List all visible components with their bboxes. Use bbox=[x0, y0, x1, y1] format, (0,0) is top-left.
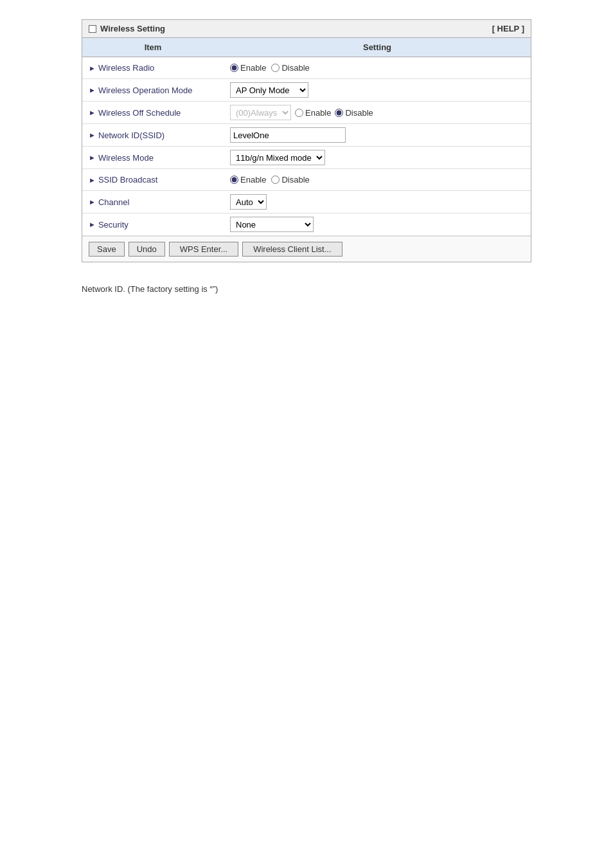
arrow-network-id: ► bbox=[89, 131, 96, 139]
radio-off-schedule-enable-label[interactable]: Enable bbox=[295, 108, 331, 118]
label-text-wireless-operation-mode: Wireless Operation Mode bbox=[98, 86, 193, 95]
label-wireless-operation-mode: ► Wireless Operation Mode bbox=[82, 79, 224, 101]
radio-ssid-enable[interactable] bbox=[230, 176, 238, 184]
panel-title: Wireless Setting bbox=[89, 24, 165, 33]
label-channel: ► Channel bbox=[82, 191, 224, 213]
label-text-wireless-off-schedule: Wireless Off Schedule bbox=[98, 108, 181, 118]
radio-enable-label[interactable]: Enable bbox=[230, 63, 266, 73]
wps-enter-button[interactable]: WPS Enter... bbox=[169, 242, 238, 257]
row-security: ► Security None WEP WPA-Personal WPA2-Pe… bbox=[82, 213, 531, 236]
column-setting-header: Setting bbox=[224, 38, 531, 57]
help-link[interactable]: [ HELP ] bbox=[492, 24, 524, 33]
radio-group-ssid-broadcast: Enable Disable bbox=[230, 175, 310, 185]
radio-disable-input[interactable] bbox=[271, 64, 280, 72]
undo-button[interactable]: Undo bbox=[129, 242, 165, 257]
radio-enable-input[interactable] bbox=[230, 64, 238, 72]
radio-off-schedule-enable[interactable] bbox=[295, 109, 303, 117]
row-ssid-broadcast: ► SSID Broadcast Enable Disable bbox=[82, 169, 531, 191]
label-wireless-mode: ► Wireless Mode bbox=[82, 147, 224, 168]
panel-header: Wireless Setting [ HELP ] bbox=[82, 20, 531, 38]
arrow-security: ► bbox=[89, 221, 96, 228]
row-wireless-mode: ► Wireless Mode 11b/g/n Mixed mode 11b/g… bbox=[82, 147, 531, 169]
setting-ssid-broadcast: Enable Disable bbox=[224, 169, 531, 190]
radio-group-wireless-radio: Enable Disable bbox=[230, 63, 310, 73]
setting-channel: Auto 1 2 3 4 5 6 7 8 9 10 11 bbox=[224, 191, 531, 213]
save-button[interactable]: Save bbox=[89, 242, 125, 257]
radio-ssid-disable[interactable] bbox=[271, 176, 280, 184]
select-off-schedule[interactable]: (00)Always bbox=[230, 105, 291, 120]
label-text-security: Security bbox=[98, 220, 129, 230]
select-wireless-mode[interactable]: 11b/g/n Mixed mode 11b/g Mixed mode 11n … bbox=[230, 150, 325, 165]
radio-off-schedule-disable-label[interactable]: Disable bbox=[335, 108, 373, 118]
description-line1-end: ”) bbox=[213, 284, 218, 294]
arrow-ssid-broadcast: ► bbox=[89, 176, 96, 184]
label-text-channel: Channel bbox=[98, 197, 129, 207]
radio-disable-label[interactable]: Disable bbox=[271, 63, 309, 73]
panel-title-text: Wireless Setting bbox=[100, 24, 165, 33]
description-area: Network ID. (The factory setting is “”) bbox=[82, 282, 531, 296]
label-network-id: ► Network ID(SSID) bbox=[82, 124, 224, 146]
select-security[interactable]: None WEP WPA-Personal WPA2-Personal WPA-… bbox=[230, 217, 314, 232]
row-wireless-off-schedule: ► Wireless Off Schedule (00)Always Enabl… bbox=[82, 102, 531, 124]
input-network-id[interactable] bbox=[230, 127, 346, 143]
label-ssid-broadcast: ► SSID Broadcast bbox=[82, 169, 224, 190]
radio-ssid-enable-label[interactable]: Enable bbox=[230, 175, 266, 185]
row-channel: ► Channel Auto 1 2 3 4 5 6 7 8 9 10 11 bbox=[82, 191, 531, 213]
arrow-wireless-mode: ► bbox=[89, 154, 96, 161]
select-wireless-operation-mode[interactable]: AP Only Mode Client Mode WDS Mode AP+WDS… bbox=[230, 82, 308, 98]
label-text-network-id: Network ID(SSID) bbox=[98, 131, 164, 140]
setting-wireless-off-schedule: (00)Always Enable Disable bbox=[224, 102, 531, 123]
description-line1-text: Network ID. (The factory setting is “ bbox=[82, 284, 213, 294]
label-wireless-off-schedule: ► Wireless Off Schedule bbox=[82, 102, 224, 123]
label-text-wireless-radio: Wireless Radio bbox=[98, 63, 154, 73]
row-wireless-radio: ► Wireless Radio Enable Disable bbox=[82, 57, 531, 79]
label-security: ► Security bbox=[82, 213, 224, 235]
arrow-wireless-off-schedule: ► bbox=[89, 109, 96, 116]
label-text-wireless-mode: Wireless Mode bbox=[98, 153, 154, 163]
radio-ssid-disable-label[interactable]: Disable bbox=[271, 175, 309, 185]
setting-wireless-operation-mode: AP Only Mode Client Mode WDS Mode AP+WDS… bbox=[224, 79, 531, 101]
column-item-header: Item bbox=[82, 38, 224, 57]
setting-wireless-radio: Enable Disable bbox=[224, 57, 531, 78]
label-wireless-radio: ► Wireless Radio bbox=[82, 57, 224, 78]
arrow-wireless-radio: ► bbox=[89, 64, 96, 72]
footer-row: Save Undo WPS Enter... Wireless Client L… bbox=[82, 236, 531, 262]
wireless-client-list-button[interactable]: Wireless Client List... bbox=[242, 242, 342, 257]
select-channel[interactable]: Auto 1 2 3 4 5 6 7 8 9 10 11 bbox=[230, 194, 267, 210]
panel-checkbox bbox=[89, 25, 96, 33]
label-text-ssid-broadcast: SSID Broadcast bbox=[98, 175, 158, 185]
radio-off-schedule-disable[interactable] bbox=[335, 109, 343, 117]
setting-security: None WEP WPA-Personal WPA2-Personal WPA-… bbox=[224, 213, 531, 235]
row-network-id: ► Network ID(SSID) bbox=[82, 124, 531, 147]
description-line1: Network ID. (The factory setting is “”) bbox=[82, 282, 531, 296]
wireless-setting-panel: Wireless Setting [ HELP ] Item Setting ►… bbox=[82, 19, 531, 262]
row-wireless-operation-mode: ► Wireless Operation Mode AP Only Mode C… bbox=[82, 79, 531, 102]
setting-wireless-mode: 11b/g/n Mixed mode 11b/g Mixed mode 11n … bbox=[224, 147, 531, 168]
arrow-wireless-operation-mode: ► bbox=[89, 86, 96, 94]
table-header: Item Setting bbox=[82, 38, 531, 57]
setting-network-id bbox=[224, 124, 531, 146]
arrow-channel: ► bbox=[89, 198, 96, 206]
